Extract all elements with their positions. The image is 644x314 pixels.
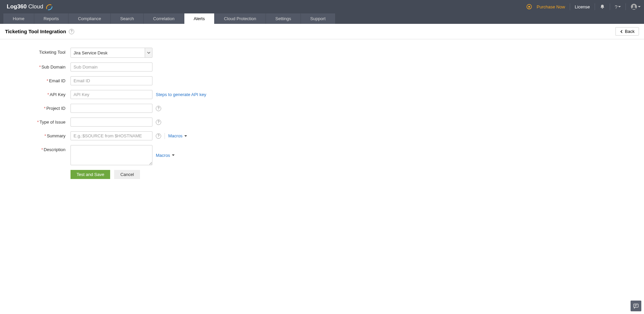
row-project-id: *Project ID ? [5,104,639,113]
back-label: Back [625,29,635,34]
row-sub-domain: *Sub Domain [5,62,639,72]
macros-link-summary[interactable]: Macros [168,133,187,138]
logo-area: Log360 Cloud [7,3,53,10]
description-textarea[interactable] [71,145,152,165]
divider [595,3,595,10]
label-api-key: *API Key [5,90,71,97]
tab-home[interactable]: Home [3,13,34,24]
cancel-button[interactable]: Cancel [114,170,140,179]
label-project-id: *Project ID [5,104,71,111]
cart-icon[interactable] [526,4,532,9]
help-menu[interactable]: ? [615,4,621,10]
api-key-input[interactable] [71,90,152,99]
tab-search[interactable]: Search [111,13,143,24]
header-right: Purchase Now License ? [526,3,641,10]
tab-support[interactable]: Support [301,13,335,24]
tab-correlation[interactable]: Correlation [144,13,184,24]
user-menu[interactable] [631,3,641,10]
summary-input[interactable] [71,131,152,140]
purchase-link[interactable]: Purchase Now [537,4,565,9]
logo-text: Log360 Cloud [7,3,43,10]
back-button[interactable]: Back [615,27,639,36]
row-ticketing-tool: Ticketing Tool Jira Service Desk [5,48,639,58]
row-summary: *Summary ? Macros [5,131,639,140]
page-header: Ticketing Tool Integration ? Back [0,24,644,39]
logo-arc-icon [45,3,53,10]
label-summary: *Summary [5,131,71,138]
bell-icon[interactable] [600,4,605,9]
issue-type-input[interactable] [71,118,152,127]
separator [165,133,165,139]
tab-compliance[interactable]: Compliance [68,13,110,24]
help-icon[interactable]: ? [69,29,74,34]
row-description: *Description Macros [5,145,639,165]
sub-domain-input[interactable] [71,62,152,72]
top-header: Log360 Cloud Purchase Now License ? [0,0,644,13]
license-link[interactable]: License [575,4,590,9]
label-email: *Email ID [5,76,71,83]
page-title: Ticketing Tool Integration [5,29,66,34]
chevron-down-icon [145,48,152,57]
row-api-key: *API Key Steps to generate API key [5,90,639,99]
divider [570,3,570,10]
tab-alerts[interactable]: Alerts [184,13,214,24]
svg-point-2 [633,5,635,7]
tab-cloud-protection[interactable]: Cloud Protection [215,13,266,24]
label-ticketing-tool: Ticketing Tool [5,48,71,55]
divider [610,3,610,10]
page-title-area: Ticketing Tool Integration ? [5,29,74,34]
tab-settings[interactable]: Settings [266,13,301,24]
email-input[interactable] [71,76,152,85]
caret-down-icon [184,135,187,137]
form-area: Ticketing Tool Jira Service Desk *Sub Do… [0,39,644,187]
help-icon[interactable]: ? [156,120,161,125]
caret-down-icon [172,154,175,156]
tab-reports[interactable]: Reports [34,13,68,24]
test-save-button[interactable]: Test and Save [71,170,110,179]
row-issue-type: *Type of Issue ? [5,118,639,127]
label-issue-type: *Type of Issue [5,118,71,125]
divider [626,3,626,10]
macros-link-description[interactable]: Macros [156,153,175,158]
row-email: *Email ID [5,76,639,85]
main-nav: Home Reports Compliance Search Correlati… [0,13,644,24]
chevron-left-icon [620,30,623,33]
ticketing-tool-select[interactable]: Jira Service Desk [71,48,152,58]
project-id-input[interactable] [71,104,152,113]
api-key-help-link[interactable]: Steps to generate API key [156,92,206,97]
help-icon[interactable]: ? [156,106,161,111]
help-icon[interactable]: ? [156,133,161,139]
label-description: *Description [5,145,71,152]
select-value: Jira Service Desk [71,48,110,57]
label-sub-domain: *Sub Domain [5,62,71,70]
